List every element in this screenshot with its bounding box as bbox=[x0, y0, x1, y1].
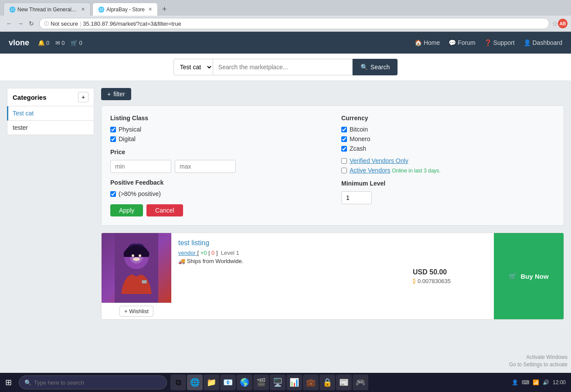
url-address: 35.180.87.96/market/?cat=3&filter=true bbox=[83, 20, 181, 27]
price-min-input[interactable] bbox=[110, 160, 171, 173]
forum-icon: 💬 bbox=[449, 39, 458, 46]
minimum-level-title: Minimum Level bbox=[341, 180, 555, 187]
dashboard-icon: 👤 bbox=[523, 39, 533, 46]
tab-1-close[interactable]: ✕ bbox=[81, 7, 85, 12]
filter-panel: Listing Class Physical Digital Price bbox=[101, 105, 564, 226]
verified-vendors-checkbox[interactable] bbox=[341, 158, 347, 164]
search-button[interactable]: 🔍 Search bbox=[353, 59, 398, 75]
active-vendors-checkbox[interactable] bbox=[341, 168, 347, 173]
listing-level: Level 1 bbox=[219, 250, 239, 256]
filter-plus-icon: + bbox=[107, 91, 111, 98]
bitcoin-checkbox[interactable] bbox=[341, 127, 347, 132]
taskbar-app-monitor[interactable]: 🖥️ bbox=[270, 375, 286, 377]
bitcoin-checkbox-row: Bitcoin bbox=[341, 126, 555, 133]
positive-feedback-title: Positive Feedback bbox=[110, 179, 324, 186]
zcash-checkbox[interactable] bbox=[341, 146, 347, 152]
taskbar: ⊞ 🔍 ⧉ 🌐 📁 📧 🌎 🎬 🖥️ 📊 💼 🔒 📰 🎮 👤 ⌨ 📶 🔊 12:… bbox=[0, 373, 571, 377]
sidebar-item-tester[interactable]: tester bbox=[7, 121, 94, 135]
forward-button[interactable]: → bbox=[15, 19, 26, 28]
taskbar-app-security[interactable]: 🔒 bbox=[319, 375, 335, 377]
physical-checkbox-row: Physical bbox=[110, 126, 324, 133]
sidebar-title: Categories bbox=[13, 94, 47, 101]
bookmark-button[interactable]: ☆ bbox=[552, 20, 558, 28]
listing-ships: 🚚 Ships from Worldwide. bbox=[178, 258, 400, 264]
svg-point-4 bbox=[139, 254, 141, 257]
search-input[interactable] bbox=[213, 59, 353, 75]
reload-button[interactable]: ↻ bbox=[26, 19, 37, 28]
taskbar-app-browser2[interactable]: 🌎 bbox=[237, 375, 252, 377]
taskbar-app-taskview[interactable]: ⧉ bbox=[170, 375, 186, 377]
digital-label[interactable]: Digital bbox=[119, 135, 136, 142]
cart-icon-item[interactable]: 🛒 0 bbox=[71, 40, 82, 46]
sidebar: Categories + Test cat tester bbox=[7, 88, 94, 370]
sidebar-item-testcat[interactable]: Test cat bbox=[7, 106, 94, 121]
monero-label[interactable]: Monero bbox=[350, 135, 370, 142]
filter-left-col: Listing Class Physical Digital Price bbox=[110, 115, 324, 216]
physical-checkbox[interactable] bbox=[110, 127, 116, 132]
sidebar-add-button[interactable]: + bbox=[78, 92, 88, 102]
vendor-link[interactable]: vendor bbox=[178, 250, 197, 256]
taskbar-app-charts[interactable]: 📊 bbox=[286, 375, 302, 377]
zcash-label[interactable]: Zcash bbox=[350, 145, 366, 152]
taskbar-app-explorer[interactable]: 📁 bbox=[204, 375, 219, 377]
bitcoin-icon: ₿ bbox=[413, 278, 416, 284]
bitcoin-label[interactable]: Bitcoin bbox=[350, 126, 368, 133]
listing-price-area: USD 50.00 ₿ 0.007830635 bbox=[407, 233, 494, 319]
search-bar-area: Test cat tester 🔍 Search bbox=[0, 54, 571, 81]
home-icon: 🏠 bbox=[415, 39, 424, 46]
taskbar-app-news[interactable]: 📰 bbox=[336, 375, 352, 377]
cart-icon: 🛒 bbox=[71, 40, 78, 46]
taskbar-app-game[interactable]: 🎮 bbox=[353, 375, 368, 377]
svg-rect-7 bbox=[142, 280, 146, 283]
category-select[interactable]: Test cat tester bbox=[173, 59, 213, 75]
verified-vendors-label[interactable]: Verified Vendors Only bbox=[350, 157, 408, 164]
cancel-button[interactable]: Cancel bbox=[146, 204, 183, 216]
price-max-input[interactable] bbox=[175, 160, 236, 173]
home-link[interactable]: 🏠 Home bbox=[415, 39, 440, 46]
listing-image-section: + Wishlist bbox=[102, 233, 171, 319]
browser-chrome: 🌐 New Thread in General Sellers M ✕ 🌐 Al… bbox=[0, 0, 571, 32]
notifications-icon-item[interactable]: 🔔 0 bbox=[38, 40, 49, 46]
physical-label[interactable]: Physical bbox=[119, 126, 141, 133]
buy-now-button[interactable]: 🛒 Buy Now bbox=[494, 233, 564, 319]
minimum-level-input[interactable] bbox=[341, 191, 372, 204]
digital-checkbox[interactable] bbox=[110, 136, 116, 142]
search-icon: 🔍 bbox=[360, 64, 368, 71]
filter-bar: + filter bbox=[101, 88, 564, 100]
listing-class-title: Listing Class bbox=[110, 115, 324, 122]
url-box[interactable]: ⓘ Not secure | 35.180.87.96/market/?cat=… bbox=[39, 18, 549, 29]
brand-logo: vlone bbox=[9, 38, 29, 47]
taskbar-app-chrome[interactable]: 🌐 bbox=[187, 375, 203, 377]
svg-point-3 bbox=[132, 254, 134, 257]
positive-feedback-checkbox[interactable] bbox=[110, 191, 116, 197]
tab-2-close[interactable]: ✕ bbox=[148, 7, 152, 12]
new-tab-button[interactable]: + bbox=[160, 5, 170, 14]
profile-icon[interactable]: AB bbox=[558, 19, 568, 28]
filter-columns: Listing Class Physical Digital Price bbox=[110, 115, 555, 216]
url-protocol: Not secure bbox=[51, 20, 78, 27]
support-link[interactable]: ❓ Support bbox=[484, 39, 515, 46]
taskbar-app-mail[interactable]: 📧 bbox=[220, 375, 236, 377]
tab-2[interactable]: 🌐 AlpraBay - Store ✕ bbox=[92, 3, 158, 16]
back-button[interactable]: ← bbox=[3, 19, 15, 28]
monero-checkbox[interactable] bbox=[341, 136, 347, 142]
main-layout: Categories + Test cat tester + filter Li bbox=[0, 81, 571, 377]
dashboard-link[interactable]: 👤 Dashboard bbox=[523, 39, 562, 46]
apply-button[interactable]: Apply bbox=[110, 204, 143, 216]
taskbar-app-briefcase[interactable]: 💼 bbox=[303, 375, 319, 377]
messages-icon-item[interactable]: ✉ 0 bbox=[55, 40, 65, 46]
positive-feedback-section: Positive Feedback (>80% positive) bbox=[110, 179, 324, 197]
active-vendors-label[interactable]: Active Vendors Online in last 3 days. bbox=[350, 167, 441, 174]
wishlist-button[interactable]: + Wishlist bbox=[119, 306, 153, 317]
taskbar-app-media[interactable]: 🎬 bbox=[253, 375, 269, 377]
filter-button[interactable]: + filter bbox=[101, 88, 131, 100]
forum-link[interactable]: 💬 Forum bbox=[449, 39, 475, 46]
start-button[interactable]: ⊞ bbox=[0, 373, 17, 377]
positive-feedback-row: (>80% positive) bbox=[110, 190, 324, 197]
positive-feedback-label[interactable]: (>80% positive) bbox=[119, 190, 161, 197]
price-title: Price bbox=[110, 149, 324, 155]
taskbar-search[interactable]: 🔍 bbox=[19, 375, 167, 377]
tab-1[interactable]: 🌐 New Thread in General Sellers M ✕ bbox=[3, 3, 91, 16]
address-bar: ← → ↻ ⓘ Not secure | 35.180.87.96/market… bbox=[0, 16, 571, 31]
listing-title[interactable]: test listing bbox=[178, 239, 400, 247]
